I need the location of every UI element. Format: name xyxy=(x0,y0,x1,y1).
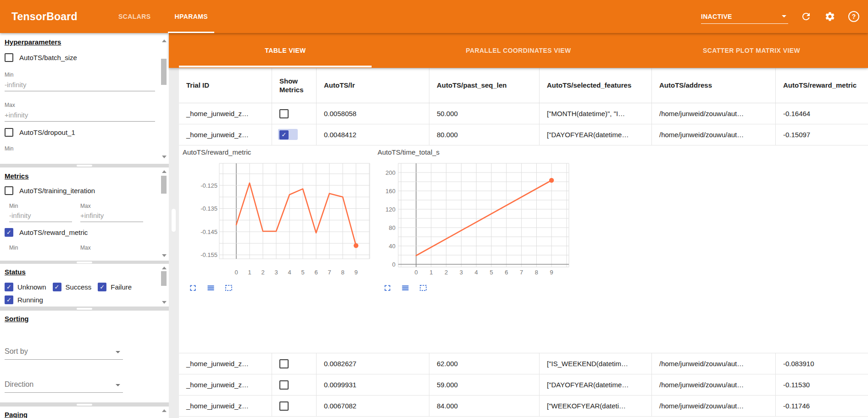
scroll-thumb[interactable] xyxy=(172,209,176,232)
section-resizer[interactable] xyxy=(0,164,169,167)
scroll-thumb[interactable] xyxy=(161,271,167,286)
svg-text:200: 200 xyxy=(385,169,395,176)
lr-cell: 0.0099931 xyxy=(317,374,429,395)
gear-icon[interactable] xyxy=(824,11,836,22)
max-input[interactable]: +infinity xyxy=(5,111,155,122)
section-scrollbar[interactable] xyxy=(161,264,167,307)
lr-cell: 0.0058058 xyxy=(317,103,429,124)
scroll-up-icon[interactable] xyxy=(162,409,167,412)
table-scrollbar[interactable] xyxy=(169,68,179,418)
section-resizer[interactable] xyxy=(0,402,169,407)
sort-by-select[interactable]: Sort by xyxy=(5,347,123,360)
header-controls: INACTIVE ? xyxy=(701,0,860,33)
svg-text:5: 5 xyxy=(490,269,493,276)
address-cell: /home/junweid/zouwu/aut… xyxy=(652,103,776,124)
svg-text:3: 3 xyxy=(460,269,463,276)
col-reward-metric[interactable]: AutoTS/reward_metric xyxy=(776,68,868,103)
svg-text:4: 4 xyxy=(288,269,291,276)
selected-features-cell: ["IS_WEEKEND(datetim… xyxy=(540,353,652,374)
tab-scatter-plot-matrix-view[interactable]: SCATTER PLOT MATRIX VIEW xyxy=(635,33,868,68)
selection-box-icon[interactable] xyxy=(418,283,428,293)
col-trial-id[interactable]: Trial ID xyxy=(179,68,272,103)
fullscreen-icon[interactable] xyxy=(188,283,198,293)
scroll-up-icon[interactable] xyxy=(162,170,167,173)
section-scrollbar[interactable] xyxy=(161,407,167,418)
trial-id-cell: _home_junweid_z… xyxy=(179,353,272,374)
show-metrics-cell xyxy=(272,374,317,395)
svg-text:5: 5 xyxy=(301,269,304,276)
col-lr[interactable]: AutoTS/lr xyxy=(317,68,429,103)
status-success-checkbox[interactable] xyxy=(53,283,61,291)
batch-size-checkbox[interactable] xyxy=(5,53,13,62)
training-iteration-checkbox[interactable] xyxy=(5,186,13,195)
status-heading: Status xyxy=(5,268,169,276)
lr-cell: 0.0082627 xyxy=(317,353,429,374)
table-row: _home_junweid_z… 0.0058058 50.000 ["MONT… xyxy=(179,103,868,124)
svg-text:0: 0 xyxy=(414,269,417,276)
section-scrollbar[interactable] xyxy=(161,167,167,261)
svg-text:0: 0 xyxy=(234,269,238,276)
scroll-up-icon[interactable] xyxy=(162,267,167,269)
scroll-down-icon[interactable] xyxy=(162,156,167,158)
tab-scalars[interactable]: SCALARS xyxy=(106,0,162,33)
reward-metric-cell: -0.11746 xyxy=(776,396,868,416)
scroll-down-icon[interactable] xyxy=(162,301,167,304)
svg-text:-0.155: -0.155 xyxy=(200,251,217,258)
show-metrics-checkbox[interactable] xyxy=(279,130,289,139)
section-scrollbar[interactable] xyxy=(161,33,167,164)
tab-table-view[interactable]: TABLE VIEW xyxy=(169,33,402,68)
show-metrics-checkbox[interactable] xyxy=(279,380,289,390)
col-address[interactable]: AutoTS/address xyxy=(652,68,776,103)
min-input[interactable]: -infinity xyxy=(9,212,72,222)
view-tabs: TABLE VIEW PARALLEL COORDINATES VIEW SCA… xyxy=(169,33,868,68)
section-resizer[interactable] xyxy=(0,307,169,311)
reward-metric-checkbox[interactable] xyxy=(5,228,13,237)
selection-box-icon[interactable] xyxy=(223,283,234,293)
show-metrics-checkbox[interactable] xyxy=(279,401,289,411)
svg-text:2: 2 xyxy=(445,269,448,276)
svg-text:8: 8 xyxy=(535,269,538,276)
status-running-checkbox[interactable] xyxy=(5,295,13,304)
col-show-metrics[interactable]: Show Metrics xyxy=(272,68,317,103)
reward-metric-cell: -0.15097 xyxy=(776,124,868,145)
status-failure-checkbox[interactable] xyxy=(98,283,106,291)
batch-size-label: AutoTS/batch_size xyxy=(19,54,77,61)
show-metrics-checkbox[interactable] xyxy=(279,109,289,118)
chevron-down-icon xyxy=(116,351,120,353)
refresh-icon[interactable] xyxy=(800,11,812,22)
svg-text:1: 1 xyxy=(429,269,433,276)
scroll-thumb[interactable] xyxy=(161,59,167,85)
lr-cell: 0.0048412 xyxy=(317,124,429,145)
table-row: _home_junweid_z… 0.0099931 59.000 ["DAYO… xyxy=(179,374,868,396)
svg-text:4: 4 xyxy=(475,269,478,276)
scroll-down-icon[interactable] xyxy=(162,254,167,257)
fullscreen-icon[interactable] xyxy=(382,283,392,293)
dropout-checkbox[interactable] xyxy=(5,128,13,137)
show-metrics-checkbox[interactable] xyxy=(279,359,289,368)
svg-text:9: 9 xyxy=(354,269,357,276)
min-input[interactable]: -infinity xyxy=(5,81,155,91)
selected-features-cell: ["MONTH(datetime)", "I… xyxy=(540,103,652,124)
help-icon[interactable]: ? xyxy=(848,11,860,22)
trial-id-cell: _home_junweid_z… xyxy=(179,396,272,416)
min-label: Min xyxy=(5,145,169,152)
max-input[interactable]: +infinity xyxy=(80,212,143,222)
scroll-up-icon[interactable] xyxy=(162,39,167,42)
rows-icon[interactable] xyxy=(206,283,216,293)
direction-select[interactable]: Direction xyxy=(5,380,123,393)
status-unknown-checkbox[interactable] xyxy=(5,283,13,291)
col-selected-features[interactable]: AutoTS/selected_features xyxy=(540,68,652,103)
paging-section: Paging xyxy=(0,407,169,418)
scroll-thumb[interactable] xyxy=(161,176,167,194)
col-past-seq-len[interactable]: AutoTS/past_seq_len xyxy=(429,68,540,103)
metrics-heading: Metrics xyxy=(5,172,169,180)
rows-icon[interactable] xyxy=(400,283,410,293)
svg-text:40: 40 xyxy=(389,243,395,250)
section-resizer[interactable] xyxy=(0,261,169,264)
tab-parallel-coordinates-view[interactable]: PARALLEL COORDINATES VIEW xyxy=(402,33,635,68)
max-label: Max xyxy=(5,102,169,108)
dropout-label: AutoTS/dropout_1 xyxy=(19,128,75,136)
tab-hparams[interactable]: HPARAMS xyxy=(162,0,220,33)
reload-status-dropdown[interactable]: INACTIVE xyxy=(701,10,788,24)
svg-text:6: 6 xyxy=(505,269,508,276)
